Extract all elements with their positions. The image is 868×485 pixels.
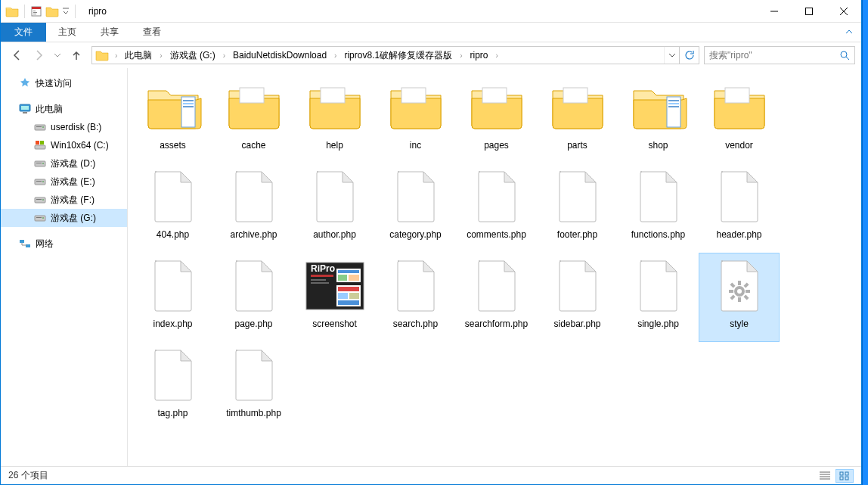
file-item[interactable]: header.php — [699, 163, 780, 253]
svg-rect-20 — [36, 181, 42, 182]
item-label: assets — [157, 138, 189, 152]
folder-item[interactable]: help — [294, 74, 375, 163]
item-label: help — [323, 138, 346, 152]
star-icon — [19, 77, 31, 89]
file-item[interactable]: single.php — [618, 253, 699, 342]
qat-dropdown-icon[interactable] — [62, 8, 70, 15]
nav-drive[interactable]: 游戏盘 (E:) — [1, 173, 127, 191]
item-label: functions.php — [628, 228, 688, 241]
refresh-button[interactable] — [679, 47, 699, 64]
item-label: author.php — [310, 228, 359, 241]
view-icons-button[interactable] — [835, 469, 854, 483]
nav-drive[interactable]: Win10x64 (C:) — [1, 136, 127, 154]
breadcrumb-segment[interactable]: ripro› — [465, 47, 501, 64]
svg-rect-33 — [183, 106, 194, 107]
back-button[interactable] — [11, 49, 23, 61]
item-icon — [218, 166, 290, 228]
file-item[interactable]: index.php — [132, 253, 213, 342]
view-details-button[interactable] — [816, 469, 834, 483]
file-item[interactable]: category.php — [375, 163, 456, 253]
item-icon — [137, 255, 209, 317]
folder-item[interactable]: parts — [537, 74, 618, 163]
tab-view[interactable]: 查看 — [131, 23, 173, 42]
nav-drive[interactable]: userdisk (B:) — [1, 118, 127, 136]
address-dropdown-icon[interactable] — [664, 47, 679, 64]
folder-item[interactable]: shop — [618, 74, 699, 163]
svg-rect-60 — [738, 297, 741, 302]
file-item[interactable]: RiProscreenshot — [294, 253, 375, 342]
up-button[interactable] — [70, 49, 82, 61]
minimize-button[interactable] — [757, 0, 792, 23]
file-tab[interactable]: 文件 — [1, 23, 46, 42]
file-item[interactable]: style — [699, 253, 780, 342]
svg-rect-61 — [729, 290, 733, 293]
item-label: tag.php — [154, 406, 191, 420]
file-item[interactable]: tag.php — [132, 342, 213, 431]
item-icon — [218, 344, 290, 406]
breadcrumb-segment[interactable]: riprov8.1破解修复缓存器版› — [339, 47, 465, 64]
item-icon — [380, 255, 452, 317]
folder-item[interactable]: vendor — [699, 74, 780, 163]
svg-rect-32 — [183, 103, 194, 104]
file-item[interactable]: search.php — [375, 253, 456, 342]
breadcrumb-segment[interactable]: BaiduNetdiskDownload› — [228, 47, 339, 64]
item-icon — [137, 166, 209, 228]
item-icon — [218, 255, 290, 317]
folder-item[interactable]: pages — [456, 74, 537, 163]
drive-icon — [34, 194, 46, 206]
svg-rect-59 — [738, 281, 741, 285]
item-icon — [622, 166, 695, 228]
item-label: sidebar.php — [550, 317, 603, 331]
address-row: ›此电脑›游戏盘 (G:)›BaiduNetdiskDownload›ripro… — [1, 42, 861, 68]
item-icon — [460, 255, 533, 317]
file-item[interactable]: author.php — [294, 163, 375, 253]
nav-quick-access[interactable]: 快速访问 — [1, 74, 127, 92]
file-item[interactable]: archive.php — [213, 163, 294, 253]
item-icon — [622, 76, 695, 138]
file-item[interactable]: comments.php — [456, 163, 537, 253]
file-item[interactable]: footer.php — [537, 163, 618, 253]
qat-properties-icon[interactable] — [30, 5, 42, 17]
svg-rect-51 — [338, 275, 347, 281]
nav-this-pc[interactable]: 此电脑 — [1, 100, 127, 118]
svg-rect-62 — [746, 290, 750, 293]
nav-drive[interactable]: 游戏盘 (F:) — [1, 191, 127, 209]
drive-icon — [34, 121, 46, 133]
file-item[interactable]: timthumb.php — [213, 342, 294, 431]
maximize-button[interactable] — [792, 0, 826, 23]
address-bar[interactable]: ›此电脑›游戏盘 (G:)›BaiduNetdiskDownload›ripro… — [91, 46, 699, 64]
forward-button[interactable] — [33, 49, 45, 61]
folder-item[interactable]: cache — [213, 74, 294, 163]
folder-icon[interactable] — [45, 5, 59, 17]
recent-dropdown-icon[interactable] — [54, 51, 61, 59]
file-item[interactable]: searchform.php — [456, 253, 537, 342]
breadcrumb-segment[interactable]: 此电脑› — [120, 47, 165, 64]
svg-rect-25 — [35, 216, 45, 221]
file-item[interactable]: sidebar.php — [537, 253, 618, 342]
file-item[interactable]: page.php — [213, 253, 294, 342]
nav-drive[interactable]: 游戏盘 (G:) — [1, 209, 127, 227]
svg-rect-46 — [311, 275, 333, 277]
desktop-edge — [862, 0, 868, 485]
item-icon — [460, 76, 533, 138]
tab-share[interactable]: 共享 — [88, 23, 131, 42]
item-label: searchform.php — [462, 317, 531, 331]
file-list[interactable]: assetscachehelpincpagespartsshopvendor40… — [128, 68, 861, 466]
nav-drive[interactable]: 游戏盘 (D:) — [1, 154, 127, 173]
svg-rect-41 — [668, 103, 679, 104]
nav-network[interactable]: 网络 — [1, 235, 127, 253]
search-input[interactable]: 搜索"ripro" — [704, 46, 855, 64]
folder-icon — [95, 49, 109, 61]
tab-home[interactable]: 主页 — [46, 23, 88, 42]
svg-point-6 — [841, 51, 847, 58]
svg-point-24 — [42, 199, 44, 201]
file-item[interactable]: 404.php — [132, 163, 213, 253]
file-item[interactable]: functions.php — [618, 163, 699, 253]
item-label: category.php — [386, 228, 445, 241]
ribbon-expand-icon[interactable] — [837, 23, 861, 42]
close-button[interactable] — [826, 0, 861, 23]
breadcrumb-segment[interactable]: 游戏盘 (G:)› — [166, 47, 228, 64]
folder-item[interactable]: assets — [132, 74, 213, 163]
svg-rect-10 — [35, 125, 45, 130]
folder-item[interactable]: inc — [375, 74, 456, 163]
